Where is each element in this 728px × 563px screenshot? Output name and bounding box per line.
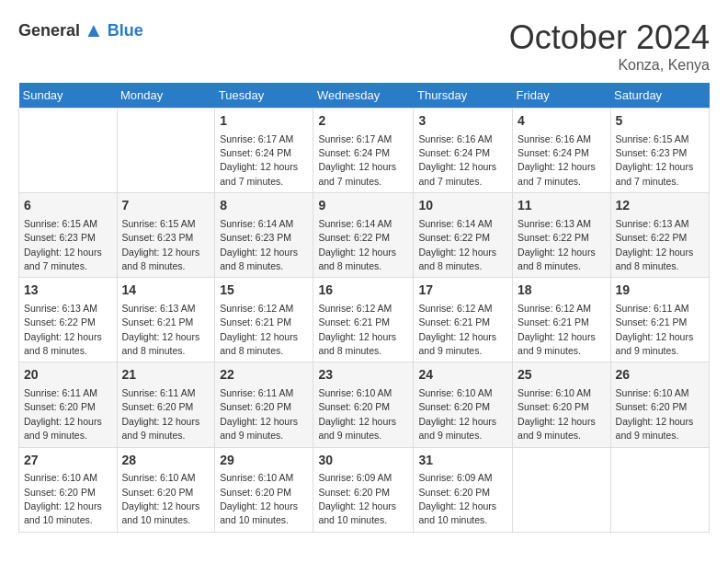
day-info: Sunrise: 6:15 AM Sunset: 6:23 PM Dayligh… <box>122 218 200 271</box>
page-header: General ▲ Blue October 2024 Konza, Kenya <box>18 18 710 74</box>
calendar-week-row: 1Sunrise: 6:17 AM Sunset: 6:24 PM Daylig… <box>19 109 710 193</box>
day-number: 11 <box>518 197 606 215</box>
calendar-cell: 26Sunrise: 6:10 AM Sunset: 6:20 PM Dayli… <box>610 362 709 447</box>
calendar-cell: 28Sunrise: 6:10 AM Sunset: 6:20 PM Dayli… <box>117 447 215 532</box>
day-number: 13 <box>24 282 112 300</box>
day-info: Sunrise: 6:12 AM Sunset: 6:21 PM Dayligh… <box>518 303 596 356</box>
day-number: 24 <box>418 366 507 385</box>
day-number: 1 <box>220 112 308 131</box>
day-info: Sunrise: 6:13 AM Sunset: 6:22 PM Dayligh… <box>518 218 596 271</box>
day-info: Sunrise: 6:14 AM Sunset: 6:22 PM Dayligh… <box>418 218 496 271</box>
weekday-header-sunday: Sunday <box>19 83 118 109</box>
day-info: Sunrise: 6:17 AM Sunset: 6:24 PM Dayligh… <box>220 133 298 187</box>
calendar-cell <box>513 447 611 532</box>
calendar-cell: 11Sunrise: 6:13 AM Sunset: 6:22 PM Dayli… <box>513 193 611 278</box>
calendar-cell: 18Sunrise: 6:12 AM Sunset: 6:21 PM Dayli… <box>513 278 611 362</box>
calendar-cell: 2Sunrise: 6:17 AM Sunset: 6:24 PM Daylig… <box>313 109 414 193</box>
day-number: 20 <box>24 366 112 385</box>
calendar-cell: 1Sunrise: 6:17 AM Sunset: 6:24 PM Daylig… <box>215 109 313 193</box>
calendar-cell <box>610 447 709 532</box>
calendar-cell: 14Sunrise: 6:13 AM Sunset: 6:21 PM Dayli… <box>117 278 215 362</box>
calendar-week-row: 27Sunrise: 6:10 AM Sunset: 6:20 PM Dayli… <box>19 447 710 532</box>
day-number: 4 <box>518 112 606 131</box>
calendar-cell: 10Sunrise: 6:14 AM Sunset: 6:22 PM Dayli… <box>414 193 513 278</box>
calendar-cell: 3Sunrise: 6:16 AM Sunset: 6:24 PM Daylig… <box>414 109 513 193</box>
day-number: 5 <box>616 112 704 131</box>
day-number: 15 <box>220 282 308 300</box>
day-info: Sunrise: 6:10 AM Sunset: 6:20 PM Dayligh… <box>122 472 200 525</box>
day-number: 22 <box>220 366 308 385</box>
day-number: 21 <box>122 366 210 385</box>
calendar-cell: 22Sunrise: 6:11 AM Sunset: 6:20 PM Dayli… <box>215 362 313 447</box>
calendar-cell: 5Sunrise: 6:15 AM Sunset: 6:23 PM Daylig… <box>610 109 709 193</box>
day-info: Sunrise: 6:10 AM Sunset: 6:20 PM Dayligh… <box>220 472 298 525</box>
logo-bird-icon: ▲ <box>84 18 104 42</box>
calendar-cell: 27Sunrise: 6:10 AM Sunset: 6:20 PM Dayli… <box>19 447 118 532</box>
day-number: 31 <box>418 452 507 470</box>
day-info: Sunrise: 6:15 AM Sunset: 6:23 PM Dayligh… <box>616 133 694 187</box>
calendar-cell <box>19 109 118 193</box>
day-number: 17 <box>418 282 507 300</box>
logo-blue-text: Blue <box>108 21 143 40</box>
weekday-header-tuesday: Tuesday <box>215 83 313 109</box>
calendar-cell: 16Sunrise: 6:12 AM Sunset: 6:21 PM Dayli… <box>313 278 414 362</box>
day-number: 16 <box>318 282 408 300</box>
day-number: 10 <box>418 197 507 215</box>
day-number: 2 <box>318 112 408 131</box>
calendar-cell: 7Sunrise: 6:15 AM Sunset: 6:23 PM Daylig… <box>117 193 215 278</box>
calendar-cell: 17Sunrise: 6:12 AM Sunset: 6:21 PM Dayli… <box>414 278 513 362</box>
weekday-header-wednesday: Wednesday <box>313 83 414 109</box>
day-info: Sunrise: 6:16 AM Sunset: 6:24 PM Dayligh… <box>418 133 496 187</box>
weekday-header-thursday: Thursday <box>414 83 513 109</box>
day-number: 3 <box>418 112 507 131</box>
calendar-cell: 20Sunrise: 6:11 AM Sunset: 6:20 PM Dayli… <box>19 362 118 447</box>
calendar-cell: 30Sunrise: 6:09 AM Sunset: 6:20 PM Dayli… <box>313 447 414 532</box>
day-number: 29 <box>220 452 308 470</box>
day-number: 26 <box>616 366 704 385</box>
day-info: Sunrise: 6:16 AM Sunset: 6:24 PM Dayligh… <box>518 133 596 187</box>
day-number: 8 <box>220 197 308 215</box>
day-number: 30 <box>318 452 408 470</box>
day-info: Sunrise: 6:10 AM Sunset: 6:20 PM Dayligh… <box>518 387 596 441</box>
calendar-table: SundayMondayTuesdayWednesdayThursdayFrid… <box>18 83 710 533</box>
calendar-cell: 24Sunrise: 6:10 AM Sunset: 6:20 PM Dayli… <box>414 362 513 447</box>
day-info: Sunrise: 6:10 AM Sunset: 6:20 PM Dayligh… <box>418 387 496 441</box>
location-label: Konza, Kenya <box>509 57 710 74</box>
calendar-cell: 6Sunrise: 6:15 AM Sunset: 6:23 PM Daylig… <box>19 193 118 278</box>
calendar-week-row: 20Sunrise: 6:11 AM Sunset: 6:20 PM Dayli… <box>19 362 710 447</box>
weekday-header-row: SundayMondayTuesdayWednesdayThursdayFrid… <box>19 83 710 109</box>
calendar-cell: 8Sunrise: 6:14 AM Sunset: 6:23 PM Daylig… <box>215 193 313 278</box>
weekday-header-monday: Monday <box>117 83 215 109</box>
month-title: October 2024 <box>509 18 710 57</box>
day-number: 18 <box>518 282 606 300</box>
calendar-cell: 4Sunrise: 6:16 AM Sunset: 6:24 PM Daylig… <box>513 109 611 193</box>
calendar-week-row: 6Sunrise: 6:15 AM Sunset: 6:23 PM Daylig… <box>19 193 710 278</box>
day-info: Sunrise: 6:10 AM Sunset: 6:20 PM Dayligh… <box>616 387 694 441</box>
day-number: 19 <box>616 282 704 300</box>
calendar-cell: 23Sunrise: 6:10 AM Sunset: 6:20 PM Dayli… <box>313 362 414 447</box>
calendar-cell: 21Sunrise: 6:11 AM Sunset: 6:20 PM Dayli… <box>117 362 215 447</box>
weekday-header-saturday: Saturday <box>610 83 709 109</box>
day-info: Sunrise: 6:14 AM Sunset: 6:23 PM Dayligh… <box>220 218 298 271</box>
day-number: 28 <box>122 452 210 470</box>
day-info: Sunrise: 6:11 AM Sunset: 6:20 PM Dayligh… <box>122 387 200 441</box>
calendar-cell: 31Sunrise: 6:09 AM Sunset: 6:20 PM Dayli… <box>414 447 513 532</box>
calendar-cell: 15Sunrise: 6:12 AM Sunset: 6:21 PM Dayli… <box>215 278 313 362</box>
day-number: 7 <box>122 197 210 215</box>
day-info: Sunrise: 6:11 AM Sunset: 6:20 PM Dayligh… <box>24 387 102 441</box>
day-info: Sunrise: 6:15 AM Sunset: 6:23 PM Dayligh… <box>24 218 102 271</box>
day-number: 12 <box>616 197 704 215</box>
weekday-header-friday: Friday <box>513 83 611 109</box>
day-info: Sunrise: 6:13 AM Sunset: 6:22 PM Dayligh… <box>616 218 694 271</box>
day-number: 25 <box>518 366 606 385</box>
calendar-cell: 25Sunrise: 6:10 AM Sunset: 6:20 PM Dayli… <box>513 362 611 447</box>
logo: General ▲ Blue <box>18 18 143 42</box>
calendar-cell: 13Sunrise: 6:13 AM Sunset: 6:22 PM Dayli… <box>19 278 118 362</box>
day-info: Sunrise: 6:13 AM Sunset: 6:21 PM Dayligh… <box>122 303 200 356</box>
calendar-cell: 12Sunrise: 6:13 AM Sunset: 6:22 PM Dayli… <box>610 193 709 278</box>
calendar-cell: 9Sunrise: 6:14 AM Sunset: 6:22 PM Daylig… <box>313 193 414 278</box>
day-info: Sunrise: 6:09 AM Sunset: 6:20 PM Dayligh… <box>318 472 396 525</box>
day-info: Sunrise: 6:11 AM Sunset: 6:21 PM Dayligh… <box>616 303 694 356</box>
calendar-cell: 29Sunrise: 6:10 AM Sunset: 6:20 PM Dayli… <box>215 447 313 532</box>
calendar-week-row: 13Sunrise: 6:13 AM Sunset: 6:22 PM Dayli… <box>19 278 710 362</box>
